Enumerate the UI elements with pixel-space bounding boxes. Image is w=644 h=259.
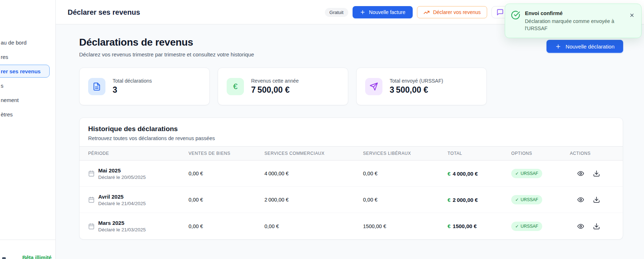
period-date: Déclaré le 20/05/2025 bbox=[98, 175, 146, 180]
stat-text: Revenus cette année 7 500,00 € bbox=[251, 78, 299, 95]
urssaf-badge-label: URSSAF bbox=[521, 171, 538, 176]
stat-value: 3 bbox=[113, 85, 152, 95]
period-date: Déclaré le 21/03/2025 bbox=[98, 227, 146, 232]
calendar-icon bbox=[88, 223, 95, 230]
plan-badge: Gratuit bbox=[325, 8, 348, 17]
liberaux-value: 1500,00 € bbox=[363, 223, 448, 229]
cutoff-icon bbox=[2, 257, 6, 259]
sidebar: au de bord res rer ses revenus s nement … bbox=[0, 0, 56, 259]
period-name: Avril 2025 bbox=[98, 194, 146, 200]
toast-message: Déclaration marquée comme envoyée à l'UR… bbox=[525, 18, 616, 32]
chat-bubble-icon bbox=[496, 9, 504, 16]
column-commerciaux: SERVICES COMMERCIAUX bbox=[264, 151, 363, 156]
urssaf-badge: ✓ URSSAF bbox=[511, 222, 542, 231]
period-cell: Mai 2025 Déclaré le 20/05/2025 bbox=[88, 167, 189, 180]
urssaf-badge: ✓ URSSAF bbox=[511, 169, 542, 178]
beta-badge: Bêta illimité bbox=[22, 255, 51, 259]
column-ventes: VENTES DE BIENS bbox=[189, 151, 264, 156]
page-header-title: Déclarer ses revenus bbox=[68, 8, 140, 16]
stat-card-total-declarations: Total déclarations 3 bbox=[79, 68, 210, 105]
urssaf-badge-label: URSSAF bbox=[521, 224, 538, 229]
check-circle-icon bbox=[511, 10, 520, 33]
commerciaux-value: 2 000,00 € bbox=[264, 197, 363, 203]
period-date: Déclaré le 21/04/2025 bbox=[98, 201, 146, 206]
stat-value: 7 500,00 € bbox=[251, 85, 299, 95]
app-root: au de bord res rer ses revenus s nement … bbox=[0, 0, 644, 259]
view-icon[interactable] bbox=[577, 170, 584, 177]
sidebar-item-invoices[interactable]: res bbox=[0, 50, 55, 64]
actions-cell bbox=[570, 223, 615, 230]
new-declaration-label: Nouvelle déclaration bbox=[566, 43, 614, 50]
declare-revenues-button[interactable]: Déclarer vos revenus bbox=[417, 6, 487, 18]
sidebar-item-label: rer ses revenus bbox=[0, 68, 41, 74]
sidebar-item-abonnement[interactable]: nement bbox=[0, 93, 55, 107]
period-text: Mai 2025 Déclaré le 20/05/2025 bbox=[98, 167, 146, 180]
total-value: 2 000,00 € bbox=[453, 197, 478, 203]
sidebar-item-label: s bbox=[0, 83, 4, 89]
period-name: Mai 2025 bbox=[98, 167, 146, 174]
stat-card-total-envoye: Total envoyé (URSSAF) 3 500,00 € bbox=[356, 68, 487, 105]
sidebar-item-parametres[interactable]: ètres bbox=[0, 107, 55, 121]
view-icon[interactable] bbox=[577, 196, 584, 203]
download-icon[interactable] bbox=[593, 196, 600, 203]
commerciaux-value: 4 000,00 € bbox=[264, 171, 363, 176]
commerciaux-value: 0,00 € bbox=[264, 223, 363, 229]
column-actions: ACTIONS bbox=[570, 151, 615, 156]
declare-revenues-label: Déclarer vos revenus bbox=[433, 9, 481, 15]
stat-label: Total envoyé (URSSAF) bbox=[390, 78, 443, 84]
column-total: TOTAL bbox=[448, 151, 511, 156]
sidebar-item-declare-revenus[interactable]: rer ses revenus bbox=[0, 64, 55, 78]
toast-title: Envoi confirmé bbox=[525, 10, 616, 17]
page-subtitle: Déclarez vos revenus trimestre par trime… bbox=[79, 51, 254, 57]
download-icon[interactable] bbox=[593, 170, 600, 177]
period-name: Mars 2025 bbox=[98, 220, 146, 226]
liberaux-value: 0,00 € bbox=[363, 171, 448, 176]
actions-cell bbox=[570, 170, 615, 177]
table-row: Mars 2025 Déclaré le 21/03/2025 0,00 € 0… bbox=[80, 213, 623, 239]
ventes-value: 0,00 € bbox=[189, 197, 264, 203]
new-invoice-label: Nouvelle facture bbox=[369, 9, 405, 15]
plus-icon bbox=[555, 43, 561, 50]
new-invoice-button[interactable]: Nouvelle facture bbox=[353, 6, 413, 18]
stat-label: Total déclarations bbox=[113, 78, 152, 84]
liberaux-value: 0,00 € bbox=[363, 197, 448, 203]
download-icon[interactable] bbox=[593, 223, 600, 230]
close-icon[interactable] bbox=[628, 11, 636, 19]
history-card: Historique des déclarations Retrouvez to… bbox=[79, 117, 623, 240]
main-content: Déclarations de revenus Déclarez vos rev… bbox=[56, 24, 644, 259]
view-icon[interactable] bbox=[577, 223, 584, 230]
plus-icon bbox=[360, 9, 366, 15]
trending-up-icon bbox=[423, 9, 430, 15]
euro-icon: € bbox=[448, 171, 450, 177]
sidebar-item-dashboard[interactable]: au de bord bbox=[0, 35, 55, 50]
total-value: 1500,00 € bbox=[453, 223, 477, 229]
sidebar-item-devis[interactable]: s bbox=[0, 78, 55, 93]
euro-icon: € bbox=[227, 78, 244, 95]
period-cell: Avril 2025 Déclaré le 21/04/2025 bbox=[88, 194, 189, 206]
urssaf-badge: ✓ URSSAF bbox=[511, 195, 542, 204]
period-text: Mars 2025 Déclaré le 21/03/2025 bbox=[98, 220, 146, 232]
ventes-value: 0,00 € bbox=[189, 171, 264, 176]
toast-success: Envoi confirmé Déclaration marquée comme… bbox=[505, 4, 641, 38]
table-row: Mai 2025 Déclaré le 20/05/2025 0,00 € 4 … bbox=[80, 161, 623, 187]
page-head: Déclarations de revenus Déclarez vos rev… bbox=[79, 37, 623, 57]
sidebar-item-label: res bbox=[0, 54, 8, 60]
actions-cell bbox=[570, 196, 615, 203]
options-cell: ✓ URSSAF bbox=[511, 169, 570, 178]
options-cell: ✓ URSSAF bbox=[511, 195, 570, 204]
euro-icon: € bbox=[448, 223, 450, 229]
column-periode: PÉRIODE bbox=[88, 151, 189, 156]
calendar-icon bbox=[88, 196, 95, 203]
send-icon bbox=[365, 78, 382, 95]
column-options: OPTIONS bbox=[511, 151, 570, 156]
sidebar-divider bbox=[0, 240, 55, 240]
euro-icon: € bbox=[448, 197, 450, 203]
history-head: Historique des déclarations Retrouvez to… bbox=[80, 118, 623, 146]
table-header: PÉRIODE VENTES DE BIENS SERVICES COMMERC… bbox=[80, 146, 623, 161]
new-declaration-button[interactable]: Nouvelle déclaration bbox=[547, 40, 623, 53]
ventes-value: 0,00 € bbox=[189, 223, 264, 229]
column-liberaux: SERVICES LIBÉRAUX bbox=[363, 151, 448, 156]
period-text: Avril 2025 Déclaré le 21/04/2025 bbox=[98, 194, 146, 206]
table-row: Avril 2025 Déclaré le 21/04/2025 0,00 € … bbox=[80, 187, 623, 213]
history-subtitle: Retrouvez toutes vos déclarations de rev… bbox=[88, 135, 614, 141]
